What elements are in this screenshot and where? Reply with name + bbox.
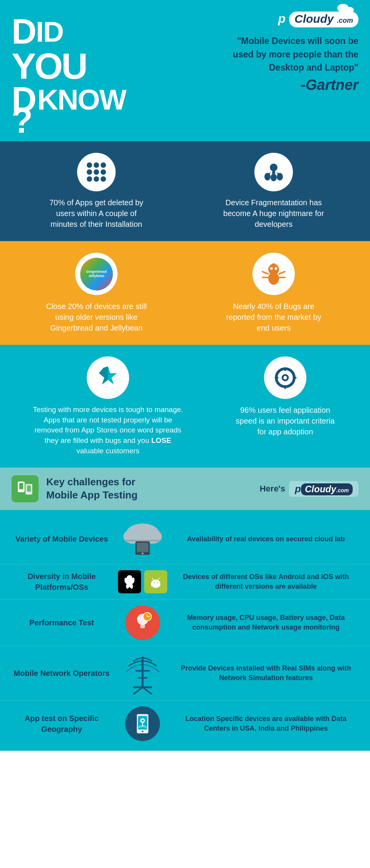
fact-item-apps-deleted: 70% of Apps get deleted by users within … [42,153,150,230]
svg-line-34 [158,578,160,580]
quote-author: -Gartner [301,77,358,93]
fact-item-gingerbread: GingerbreadJellybean Close 20% of device… [42,253,150,333]
fact-text-testing: Testing with more devices is tough to ma… [31,405,185,456]
perf-circle-icon [125,605,160,640]
fact-text-gingerbread: Close 20% of devices are still using old… [42,301,150,333]
solution-left-performance: Performance Test [12,617,112,628]
device-fragmentation-icon [254,153,293,191]
fact-text-apps-deleted: 70% of Apps get deleted by users within … [42,197,150,230]
svg-rect-29 [151,583,153,586]
svg-rect-30 [159,583,160,586]
svg-point-8 [268,272,279,285]
solution-right-performance: Memory usage, CPU usage, Battery usage, … [173,613,358,632]
gingerbread-jellybean-icon: GingerbreadJellybean [75,253,118,295]
fact-item-fragmentation: Device Fragmentatation has become A huge… [220,153,328,230]
svg-rect-20 [27,485,31,491]
svg-point-27 [142,552,144,554]
android-icon [144,570,167,593]
pcloudy-logo-banner: pCloudy.com [289,481,358,497]
svg-point-14 [274,267,277,270]
geo-circle [125,706,160,741]
solution-right-variety: Availability of real devices on secured … [173,534,358,544]
svg-point-48 [142,731,143,732]
svg-point-13 [270,267,273,270]
logo-area: p Cloudy .com [278,12,358,27]
yellow-facts-section: GingerbreadJellybean Close 20% of device… [0,241,370,345]
svg-point-16 [283,376,287,380]
challenges-title: Key challenges for Mobile App Testing [46,476,138,502]
fact-text-bugs: Nearly 40% of Bugs are reported from the… [220,301,328,333]
svg-point-3 [271,174,277,181]
solution-left-network: Mobile Network Operators [12,668,112,679]
solution-right-geography: Location Specific devices are available … [173,714,358,733]
apps-grid-icon [77,153,116,191]
solution-right-network: Provide Devices installed with Real SIMs… [173,664,358,683]
teal-facts-section: Testing with more devices is tough to ma… [0,345,370,468]
header-right: p Cloudy .com "Mobile Devices will soon … [224,8,358,93]
svg-rect-4 [272,171,275,174]
solution-row-variety: Variety of Mobile Devices Availability o… [0,514,370,564]
svg-point-0 [270,164,278,171]
gear-icon [264,356,306,399]
network-icon [112,652,173,694]
fact-text-fragmentation: Device Fragmentatation has become A huge… [220,197,328,230]
solution-row-network: Mobile Network Operators Provide Devices… [0,646,370,701]
svg-point-50 [141,719,144,722]
challenges-banner: Key challenges for Mobile App Testing He… [0,468,370,510]
svg-rect-19 [19,483,23,489]
svg-point-31 [154,582,155,583]
svg-rect-24 [126,540,160,542]
os-platforms-icon [112,570,173,593]
solution-left-variety: Variety of Mobile Devices [12,534,112,544]
solution-row-geography: App test on Specific Geography Lo [0,701,370,747]
fact-item-testing: Testing with more devices is tough to ma… [31,356,185,456]
solution-row-performance: Performance Test Memory usage, CPU usage… [0,599,370,646]
svg-line-10 [279,272,285,274]
app-store-icon [87,356,129,399]
svg-point-32 [157,582,158,583]
svg-rect-26 [137,543,148,552]
solution-row-diversity: Diversity in Mobile Platforms/OSs [0,564,370,599]
fact-item-speed: 96% users feel application speed is an i… [231,356,339,437]
mobile-devices-icon [12,475,39,502]
svg-line-9 [262,272,268,274]
cloud-devices-icon [112,520,173,558]
quote-text: "Mobile Devices will soon be used by mor… [224,34,358,74]
solution-left-diversity: Diversity in Mobile Platforms/OSs [12,571,112,593]
solution-left-geography: App test on Specific Geography [12,713,112,735]
solutions-section: Variety of Mobile Devices Availability o… [0,510,370,751]
performance-icon [112,605,173,640]
solution-right-diversity: Devices of different OSs like Android an… [173,572,358,591]
challenges-right: Here's pCloudy.com [260,481,358,497]
challenges-left: Key challenges for Mobile App Testing [12,475,138,502]
apple-icon [118,570,141,593]
svg-line-44 [133,687,143,694]
blue-facts-section: 70% of Apps get deleted by users within … [0,141,370,241]
fact-item-bugs: Nearly 40% of Bugs are reported from the… [220,253,328,333]
svg-line-33 [152,578,153,580]
svg-line-45 [143,687,152,694]
did-you-know-text: D id YOU D KNow ? [12,15,126,130]
heres-text: Here's [260,484,285,494]
svg-rect-36 [140,625,145,628]
geography-icon [112,706,173,741]
fact-text-speed: 96% users feel application speed is an i… [231,405,339,437]
header-section: D id YOU D KNow ? p Cloudy .com "Mobile … [0,0,370,141]
bug-icon [252,253,295,295]
